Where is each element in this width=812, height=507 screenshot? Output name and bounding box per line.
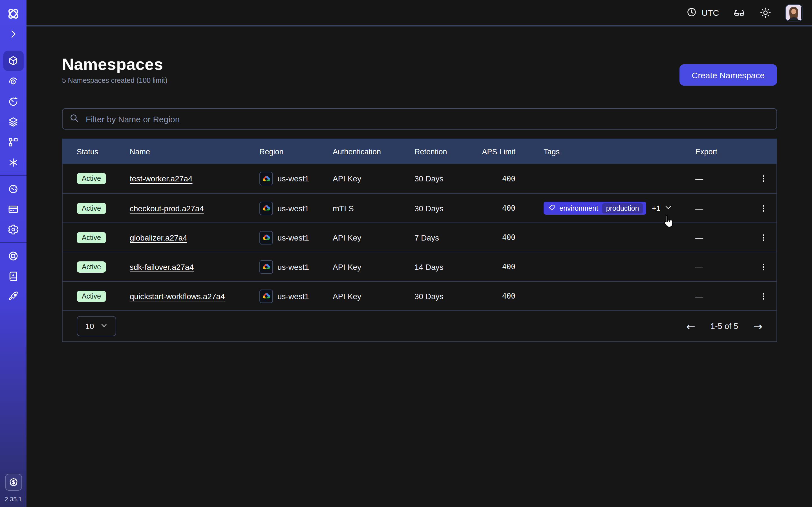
table-footer: 10 ← 1-5 of 5 → — [63, 311, 776, 341]
col-name: Name — [130, 147, 259, 156]
table-header-row: Status Name Region Authentication Retent… — [63, 139, 776, 164]
page-size-select[interactable]: 10 — [77, 316, 116, 336]
table-row: Active sdk-failover.a27a4 us-west1 API K… — [63, 252, 776, 281]
export-value: — — [695, 233, 749, 242]
credits-badge-dollar-button[interactable] — [5, 474, 22, 491]
sidebar-item-batch[interactable] — [0, 152, 27, 172]
google-cloud-icon — [259, 289, 273, 303]
col-retention: Retention — [414, 147, 454, 156]
table-row: Active globalizer.a27a4 us-west1 API Key… — [63, 223, 776, 252]
region-label: us-west1 — [277, 291, 309, 300]
aps-value: 400 — [454, 174, 515, 183]
row-actions-kebab-icon[interactable] — [749, 203, 777, 213]
aps-value: 400 — [454, 233, 515, 242]
export-value: — — [695, 204, 749, 213]
clock-icon — [686, 6, 697, 19]
sidebar-item-settings[interactable] — [0, 219, 27, 239]
retention-value: 14 Days — [414, 262, 454, 271]
auth-value: API Key — [333, 174, 414, 183]
page-size-value: 10 — [85, 322, 94, 331]
sidebar-divider — [0, 242, 27, 243]
google-cloud-icon — [259, 172, 273, 185]
export-value: — — [695, 174, 749, 183]
user-avatar[interactable] — [785, 4, 802, 21]
export-value: — — [695, 262, 749, 271]
chevron-down-icon — [664, 203, 672, 213]
tag-key: environment — [559, 204, 598, 212]
sidebar-item-deployments[interactable] — [0, 112, 27, 132]
topbar: UTC — [27, 0, 812, 26]
col-status: Status — [77, 147, 130, 156]
labs-glasses-button[interactable] — [733, 6, 746, 19]
table-row: Active test-worker.a27a4 us-west1 API Ke… — [63, 164, 776, 193]
sidebar-item-billing[interactable] — [0, 199, 27, 219]
status-badge: Active — [77, 232, 106, 243]
sidebar-item-docs[interactable] — [0, 266, 27, 286]
row-actions-kebab-icon[interactable] — [749, 232, 777, 242]
namespaces-cube-icon — [3, 51, 23, 71]
more-tags-toggle[interactable]: +1 — [652, 203, 672, 213]
sidebar-item-nexus[interactable] — [0, 132, 27, 152]
sidebar: 2.35.1 — [0, 0, 27, 507]
region-label: us-west1 — [277, 174, 309, 183]
google-cloud-icon — [259, 231, 273, 244]
auth-value: mTLS — [333, 204, 414, 213]
col-tags: Tags — [544, 147, 695, 156]
namespaces-table: Status Name Region Authentication Retent… — [62, 138, 777, 342]
google-cloud-icon — [259, 260, 273, 274]
namespaces-page: 2.35.1 UTC — [0, 0, 812, 507]
col-region: Region — [259, 147, 333, 156]
pagination-controls: ← 1-5 of 5 → — [686, 321, 762, 332]
retention-value: 30 Days — [414, 204, 454, 213]
sidebar-item-namespaces[interactable] — [0, 51, 27, 71]
col-aps-limit: APS Limit — [454, 147, 515, 156]
sidebar-divider — [0, 175, 27, 176]
previous-page-arrow-icon[interactable]: ← — [686, 321, 695, 332]
expand-sidebar-button[interactable] — [0, 24, 27, 44]
table-row: Active checkout-prod.a27a4 us-west1 mTLS… — [63, 193, 776, 223]
sidebar-item-getting-started[interactable] — [0, 286, 27, 306]
next-page-arrow-icon[interactable]: → — [753, 321, 762, 332]
chevron-down-icon — [100, 322, 108, 331]
retention-value: 30 Days — [414, 174, 454, 183]
tag-chip[interactable]: environment production — [544, 202, 646, 215]
namespace-link[interactable]: globalizer.a27a4 — [130, 233, 187, 242]
tags-cell: environment production +1 — [544, 202, 695, 215]
filter-input[interactable] — [85, 114, 770, 124]
namespace-link[interactable]: sdk-failover.a27a4 — [130, 262, 194, 271]
namespace-link[interactable]: checkout-prod.a27a4 — [130, 204, 204, 213]
auth-value: API Key — [333, 262, 414, 271]
status-badge: Active — [77, 290, 106, 302]
app-version: 2.35.1 — [4, 496, 22, 503]
region-label: us-west1 — [277, 233, 309, 242]
row-actions-kebab-icon[interactable] — [749, 291, 777, 301]
sidebar-item-monitor[interactable] — [0, 71, 27, 91]
google-cloud-icon — [259, 202, 273, 215]
temporal-logo-icon[interactable] — [0, 3, 27, 24]
search-icon — [69, 113, 79, 125]
row-actions-kebab-icon[interactable] — [749, 173, 777, 184]
page-title: Namespaces — [62, 55, 167, 74]
status-badge: Active — [77, 203, 106, 214]
sidebar-item-support[interactable] — [0, 245, 27, 266]
more-tags-count: +1 — [652, 204, 660, 212]
main-content: Namespaces 5 Namespaces created (100 lim… — [27, 26, 812, 507]
retention-value: 7 Days — [414, 233, 454, 242]
status-badge: Active — [77, 261, 106, 272]
sidebar-item-schedules[interactable] — [0, 91, 27, 112]
aps-value: 400 — [454, 292, 515, 300]
sidebar-item-usage[interactable] — [0, 179, 27, 199]
namespace-link[interactable]: quickstart-workflows.a27a4 — [130, 291, 225, 300]
theme-toggle-sun-button[interactable] — [760, 7, 771, 18]
retention-value: 30 Days — [414, 291, 454, 300]
auth-value: API Key — [333, 233, 414, 242]
namespace-link[interactable]: test-worker.a27a4 — [130, 174, 193, 183]
timezone-selector[interactable]: UTC — [686, 6, 719, 19]
export-value: — — [695, 291, 749, 300]
region-label: us-west1 — [277, 204, 309, 213]
row-actions-kebab-icon[interactable] — [749, 262, 777, 272]
table-row: Active quickstart-workflows.a27a4 us-wes… — [63, 281, 776, 311]
filter-bar — [62, 108, 777, 129]
aps-value: 400 — [454, 204, 515, 212]
create-namespace-button[interactable]: Create Namespace — [679, 64, 777, 86]
